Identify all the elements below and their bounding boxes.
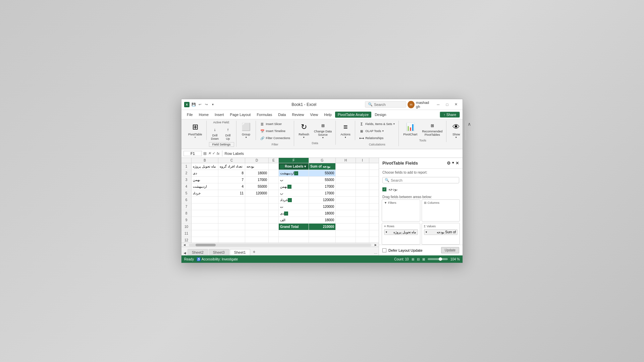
cell-h2[interactable] xyxy=(336,170,356,176)
cell-h3[interactable] xyxy=(336,177,356,183)
cell-c2[interactable]: 8 xyxy=(218,170,245,176)
menu-help[interactable]: Help xyxy=(321,112,334,118)
cell-g8[interactable]: 18000 xyxy=(309,210,336,217)
col-header-d[interactable]: D xyxy=(245,158,269,163)
cell-f5[interactable]: ب xyxy=(279,190,309,196)
budget-field-checkbox[interactable]: ✓ xyxy=(382,187,386,191)
refresh-button[interactable]: ↻ Refresh ▾ xyxy=(297,121,311,140)
zoom-thumb[interactable] xyxy=(439,257,442,261)
filter-connections-button[interactable]: 🔗 Filter Connections xyxy=(258,135,292,141)
cell-c6[interactable] xyxy=(218,197,245,203)
cell-h6[interactable] xyxy=(336,197,356,203)
cell-g11[interactable] xyxy=(309,230,336,237)
menu-view[interactable]: View xyxy=(308,112,321,118)
rows-area-item-month[interactable]: ماه تحویل پروژه ▾ xyxy=(384,229,418,235)
cell-i9[interactable] xyxy=(356,217,369,223)
insert-timeline-button[interactable]: 📅 Insert Timeline xyxy=(258,128,292,134)
cell-d1[interactable]: بودجه xyxy=(245,163,269,170)
values-item-dropdown[interactable]: ▾ xyxy=(426,231,427,234)
cell-h7[interactable] xyxy=(336,203,356,210)
tab-prev-btn[interactable]: ◄ xyxy=(183,251,187,255)
cell-e10[interactable] xyxy=(269,224,279,230)
cell-i6[interactable] xyxy=(356,197,369,203)
cell-h5[interactable] xyxy=(336,190,356,196)
defer-checkbox[interactable] xyxy=(382,248,386,252)
cell-b9[interactable] xyxy=(192,217,218,223)
cell-c7[interactable] xyxy=(218,203,245,210)
maximize-btn[interactable]: □ xyxy=(443,101,451,108)
cell-g3[interactable]: 55000 xyxy=(309,177,336,183)
cell-d6[interactable] xyxy=(245,197,269,203)
cell-g9[interactable]: 18000 xyxy=(309,217,336,223)
values-area-item-budget[interactable]: Sum of بودجه ▾ xyxy=(424,229,458,235)
menu-design[interactable]: Design xyxy=(372,112,389,118)
sheet-options-btn[interactable]: ⋯ xyxy=(374,252,377,255)
update-button[interactable]: Update xyxy=(441,247,459,253)
actions-button[interactable]: ≡ Actions ▾ xyxy=(338,121,353,140)
col-header-i[interactable]: I xyxy=(356,158,369,163)
cell-d8[interactable] xyxy=(245,210,269,217)
cell-b1[interactable]: ماه تحویل پروژه xyxy=(192,163,218,170)
cell-f12[interactable] xyxy=(279,237,309,243)
cell-b4[interactable]: اردیبهشت xyxy=(192,183,218,190)
customize-quick-btn[interactable]: ▾ xyxy=(210,102,215,107)
cell-f9[interactable]: الف xyxy=(279,217,309,223)
relationships-button[interactable]: ⟷ Relationships xyxy=(358,135,396,141)
cell-b12[interactable] xyxy=(192,237,218,243)
cell-c4[interactable]: 4 xyxy=(218,183,245,190)
menu-home[interactable]: Home xyxy=(196,112,211,118)
cell-b7[interactable] xyxy=(192,203,218,210)
cell-h4[interactable] xyxy=(336,183,356,190)
cell-e5[interactable] xyxy=(269,190,279,196)
cell-i12[interactable] xyxy=(356,237,369,243)
expand-f2-btn[interactable]: - xyxy=(294,171,298,175)
cell-f1[interactable]: Row Labels ▾ xyxy=(279,163,309,170)
menu-formulas[interactable]: Formulas xyxy=(254,112,275,118)
cell-i5[interactable] xyxy=(356,190,369,196)
cell-h10[interactable] xyxy=(336,224,356,230)
cell-i1[interactable] xyxy=(356,163,369,170)
menu-data[interactable]: Data xyxy=(275,112,288,118)
cell-h1[interactable] xyxy=(336,163,356,170)
cell-e6[interactable] xyxy=(269,197,279,203)
cell-e4[interactable] xyxy=(269,183,279,190)
cell-e7[interactable] xyxy=(269,203,279,210)
pivot-settings-icon[interactable]: ⚙ xyxy=(447,161,451,166)
cell-d12[interactable] xyxy=(245,237,269,243)
sheet-tab-sheet3[interactable]: Sheet3 xyxy=(209,249,229,255)
col-header-e[interactable]: E xyxy=(269,158,279,163)
page-layout-view-btn[interactable]: ⊠ xyxy=(422,257,425,261)
pivot-search-box[interactable]: 🔍 xyxy=(382,177,459,183)
page-break-view-btn[interactable]: ⊟ xyxy=(417,257,420,261)
pivot-dropdown-icon[interactable]: ▾ xyxy=(452,161,454,166)
cell-f2[interactable]: -اردیبهشت xyxy=(279,170,309,176)
cell-d2[interactable]: 18000 xyxy=(245,170,269,176)
redo-quick-btn[interactable]: ↪ xyxy=(204,102,209,107)
change-data-source-button[interactable]: ⊞ Change DataSource ▾ xyxy=(312,121,333,140)
scroll-right-btn[interactable]: ► xyxy=(373,243,379,247)
cell-d9[interactable] xyxy=(245,217,269,223)
cell-h12[interactable] xyxy=(336,237,356,243)
cell-g2[interactable]: 55000 xyxy=(309,170,336,176)
expand-f4-btn[interactable]: - xyxy=(287,185,291,189)
menu-pivottable-analyze[interactable]: PivotTable Analyze xyxy=(335,112,371,118)
cell-b10[interactable] xyxy=(192,224,218,230)
menu-file[interactable]: File xyxy=(184,112,196,118)
col-header-g[interactable]: G xyxy=(309,158,336,163)
cell-f10[interactable]: Grand Total xyxy=(279,224,309,230)
add-sheet-btn[interactable]: + xyxy=(251,248,258,255)
accessibility-status[interactable]: ♿ Accessibility: Investigate xyxy=(197,257,238,261)
cell-d5[interactable]: 120000 xyxy=(245,190,269,196)
cell-d10[interactable] xyxy=(245,224,269,230)
cell-e9[interactable] xyxy=(269,217,279,223)
cell-d11[interactable] xyxy=(245,230,269,237)
rows-item-dropdown[interactable]: ▾ xyxy=(386,231,387,234)
cell-b8[interactable] xyxy=(192,210,218,217)
cell-c9[interactable] xyxy=(218,217,245,223)
cell-c10[interactable] xyxy=(218,224,245,230)
share-button[interactable]: ↑ Share xyxy=(440,112,460,118)
col-header-h[interactable]: H xyxy=(336,158,356,163)
col-header-f[interactable]: F xyxy=(279,158,309,163)
col-header-c[interactable]: C xyxy=(218,158,245,163)
cell-i3[interactable] xyxy=(356,177,369,183)
